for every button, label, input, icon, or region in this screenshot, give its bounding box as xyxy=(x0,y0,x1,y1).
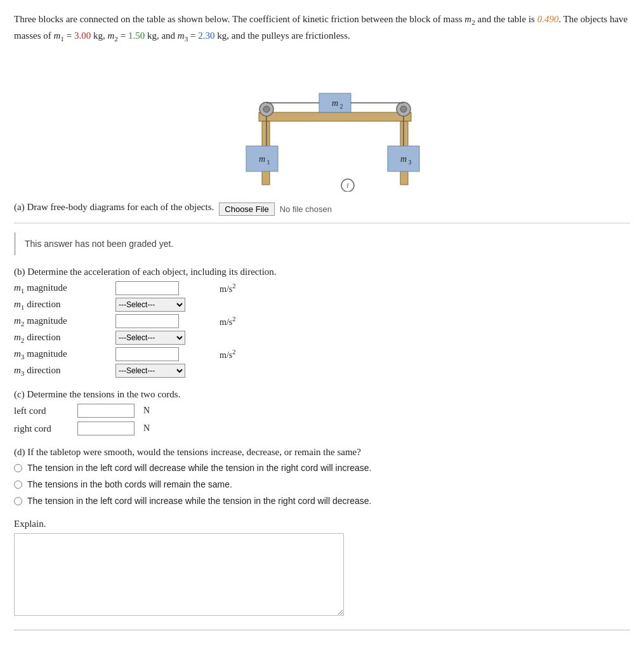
m1-value: 3.00 xyxy=(74,30,91,41)
explain-textarea[interactable] xyxy=(14,533,344,616)
tension-grid: left cord N right cord N xyxy=(14,404,630,435)
bottom-divider xyxy=(14,630,630,630)
friction-value: 0.490 xyxy=(537,14,559,24)
radio-input-2[interactable] xyxy=(14,481,22,489)
m3-value: 2.30 xyxy=(198,30,214,41)
problem-container: Three blocks are connected on the table … xyxy=(14,11,630,630)
part-a-line: (a) Draw free-body diagrams for each of … xyxy=(14,202,630,216)
m1-dir-select-wrap: ---Select--- up down left right xyxy=(115,298,217,312)
right-cord-unit: N xyxy=(141,423,630,434)
svg-text:i: i xyxy=(346,181,348,190)
m2-value: 1.50 xyxy=(128,30,145,41)
m3-mag-input-wrap xyxy=(115,347,217,361)
part-c-label: (c) Determine the tensions in the two co… xyxy=(14,389,630,400)
radio-label-2: The tensions in the both cords will rema… xyxy=(27,479,232,489)
radio-input-1[interactable] xyxy=(14,464,22,472)
m1-magnitude-input[interactable] xyxy=(115,281,179,295)
left-cord-input[interactable] xyxy=(77,404,135,418)
m2-mag-unit: m/s2 xyxy=(217,315,630,328)
m2-dir-select-wrap: ---Select--- up down left right xyxy=(115,331,217,345)
svg-text:1: 1 xyxy=(266,159,270,166)
m2-mag-input-wrap xyxy=(115,314,217,328)
no-file-text: No file chosen xyxy=(280,204,332,214)
part-b-label: (b) Determine the acceleration of each o… xyxy=(14,267,630,277)
m3-dir-select-wrap: ---Select--- up down left right xyxy=(115,364,217,378)
svg-text:m: m xyxy=(400,154,406,164)
part-d-section: (d) If the tabletop were smooth, would t… xyxy=(14,447,630,506)
m2-dir-label: m2 direction xyxy=(14,332,115,344)
part-c-section: (c) Determine the tensions in the two co… xyxy=(14,389,630,435)
m1-dir-label: m1 direction xyxy=(14,299,115,311)
svg-point-4 xyxy=(263,106,270,112)
m3-direction-select[interactable]: ---Select--- up down left right xyxy=(115,364,185,378)
radio-option-1[interactable]: The tension in the left cord will decrea… xyxy=(14,463,630,473)
divider-a xyxy=(14,223,630,223)
left-cord-unit: N xyxy=(141,406,630,416)
radio-label-3: The tension in the left cord will increa… xyxy=(27,496,371,506)
m3-magnitude-input[interactable] xyxy=(115,347,179,361)
part-a-section: (a) Draw free-body diagrams for each of … xyxy=(14,202,630,255)
m3-mag-unit: m/s2 xyxy=(217,348,630,361)
graded-box: This answer has not been graded yet. xyxy=(14,232,630,255)
part-b-fields: m1 magnitude m/s2 m1 direction ---Select… xyxy=(14,281,630,378)
graded-msg: This answer has not been graded yet. xyxy=(25,239,173,249)
svg-text:2: 2 xyxy=(339,103,343,110)
part-a-label: (a) Draw free-body diagrams for each of … xyxy=(14,202,214,213)
explain-label: Explain. xyxy=(14,519,630,529)
radio-option-3[interactable]: The tension in the left cord will increa… xyxy=(14,496,630,506)
svg-rect-0 xyxy=(259,112,411,121)
m2-mag-label: m2 magnitude xyxy=(14,315,115,328)
choose-file-button[interactable]: Choose File xyxy=(219,202,274,216)
radio-option-2[interactable]: The tensions in the both cords will rema… xyxy=(14,479,630,489)
problem-text: Three blocks are connected on the table … xyxy=(14,11,630,44)
svg-text:m: m xyxy=(331,98,338,108)
m1-mag-unit: m/s2 xyxy=(217,282,630,295)
m3-dir-label: m3 direction xyxy=(14,365,115,377)
svg-point-6 xyxy=(400,106,407,112)
left-cord-label: left cord xyxy=(14,406,77,416)
m1-mag-label: m1 magnitude xyxy=(14,282,115,295)
svg-text:3: 3 xyxy=(408,159,411,166)
diagram-container: m 2 m 1 m 3 i xyxy=(14,52,630,192)
right-cord-label: right cord xyxy=(14,423,77,434)
m2-magnitude-input[interactable] xyxy=(115,314,179,328)
radio-input-3[interactable] xyxy=(14,497,22,505)
pulley-diagram: m 2 m 1 m 3 i xyxy=(208,52,437,192)
m1-direction-select[interactable]: ---Select--- up down left right xyxy=(115,298,185,312)
explain-section: Explain. xyxy=(14,519,630,618)
right-cord-input[interactable] xyxy=(77,421,135,435)
part-b-section: (b) Determine the acceleration of each o… xyxy=(14,267,630,378)
m2-direction-select[interactable]: ---Select--- up down left right xyxy=(115,331,185,345)
svg-text:m: m xyxy=(258,154,265,164)
m1-mag-input-wrap xyxy=(115,281,217,295)
m3-mag-label: m3 magnitude xyxy=(14,348,115,361)
part-d-label: (d) If the tabletop were smooth, would t… xyxy=(14,447,630,458)
radio-group: The tension in the left cord will decrea… xyxy=(14,463,630,506)
radio-label-1: The tension in the left cord will decrea… xyxy=(27,463,371,473)
